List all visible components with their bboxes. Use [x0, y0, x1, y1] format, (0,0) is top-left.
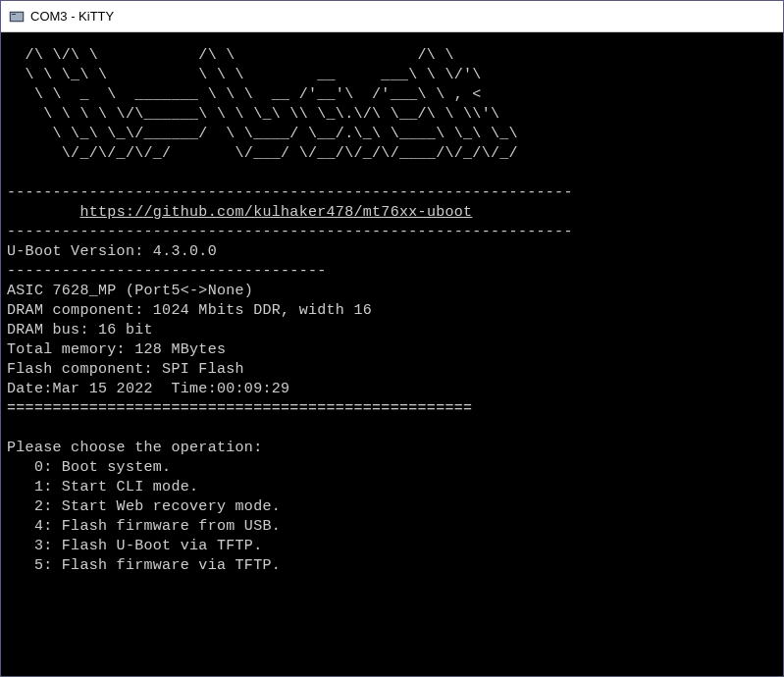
asic-info: ASIC 7628_MP (Port5<->None) [7, 283, 253, 299]
window-title: COM3 - KiTTY [30, 9, 114, 24]
total-memory: Total memory: 128 MBytes [7, 341, 226, 358]
uboot-version: 4.3.0.0 [153, 243, 217, 260]
divider: ----------------------------------------… [7, 224, 573, 240]
link-prefix [7, 204, 79, 221]
repo-link[interactable]: https://github.com/kulhaker478/mt76xx-ub… [79, 204, 472, 221]
uboot-version-label: U-Boot Version: [7, 243, 144, 260]
window: COM3 - KiTTY /\ \/\ \ /\ \ /\ \ \ \ \_\ … [0, 0, 784, 677]
datetime: Date:Mar 15 2022 Time:00:09:29 [7, 381, 289, 397]
terminal-output[interactable]: /\ \/\ \ /\ \ /\ \ \ \ \_\ \ \ \ \ __ __… [1, 32, 783, 590]
divider: ========================================… [7, 400, 472, 417]
svg-rect-2 [12, 14, 16, 15]
divider: ----------------------------------------… [7, 184, 573, 201]
flash-component: Flash component: SPI Flash [7, 361, 244, 378]
boot-options-list: 0: Boot system. 1: Start CLI mode. 2: St… [7, 459, 281, 574]
operation-prompt: Please choose the operation: [7, 440, 262, 456]
divider: ----------------------------------- [7, 263, 327, 280]
app-icon [9, 9, 25, 25]
ascii-art-logo: /\ \/\ \ /\ \ /\ \ \ \ \_\ \ \ \ \ __ __… [7, 46, 777, 164]
dram-component: DRAM component: 1024 Mbits DDR, width 16 [7, 302, 372, 319]
titlebar[interactable]: COM3 - KiTTY [1, 1, 783, 32]
dram-bus: DRAM bus: 16 bit [7, 322, 153, 338]
